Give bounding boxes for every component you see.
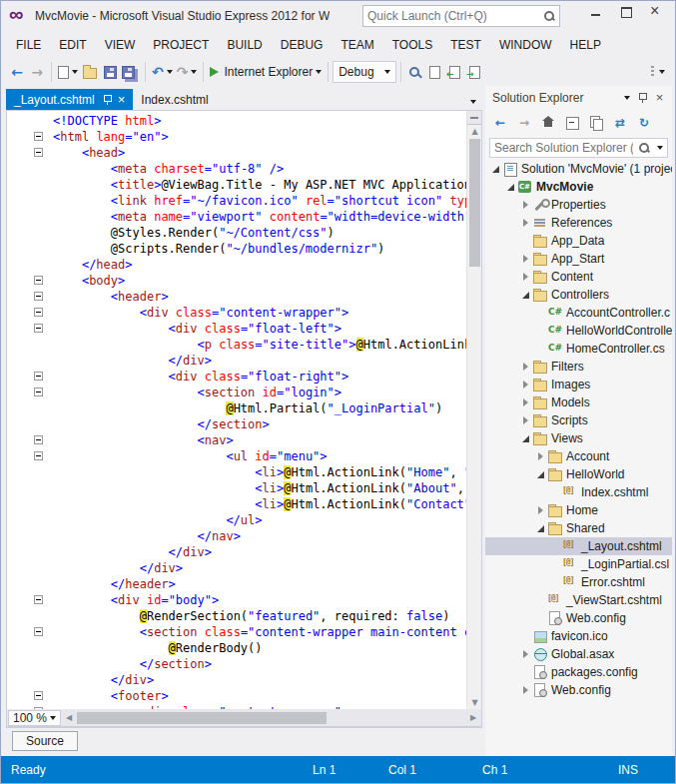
pin-icon[interactable]	[103, 94, 112, 106]
expander-expanded-icon[interactable]	[534, 521, 547, 535]
redo-icon[interactable]: ↷	[175, 61, 200, 83]
tab-index-cshtml[interactable]: Index.cshtml	[133, 89, 216, 110]
tree-item-index-cshtml[interactable]: Index.cshtml	[485, 483, 672, 501]
expander-collapsed-icon[interactable]	[519, 647, 532, 661]
tree-item-web-config[interactable]: Web.config	[485, 681, 672, 699]
tree-item-shared[interactable]: Shared	[485, 519, 672, 537]
expander-expanded-icon[interactable]	[519, 288, 532, 302]
tree-item-account[interactable]: Account	[485, 447, 672, 465]
scroll-right-icon[interactable]: ▶	[467, 710, 479, 726]
tree-item-mvcmovie[interactable]: MvcMovie	[485, 178, 672, 196]
expander-expanded-icon[interactable]	[534, 467, 547, 481]
show-all-files-icon[interactable]	[586, 113, 606, 133]
menu-window[interactable]: WINDOW	[490, 33, 561, 57]
tree-item-images[interactable]: Images	[485, 376, 672, 393]
fold-collapse-icon[interactable]	[34, 148, 43, 157]
tree-item-views[interactable]: Views	[485, 429, 672, 447]
tree-item-accountcontroller-c[interactable]: AccountController.c	[485, 304, 672, 322]
tree-item-content[interactable]: Content	[485, 268, 672, 286]
vertical-scrollbar[interactable]: ▲ ▼	[466, 111, 481, 709]
expander-collapsed-icon[interactable]	[519, 360, 532, 374]
expander-collapsed-icon[interactable]	[519, 198, 532, 212]
expander-collapsed-icon[interactable]	[519, 270, 532, 284]
fold-collapse-icon[interactable]	[34, 691, 43, 700]
solution-search-input[interactable]	[490, 141, 637, 155]
menu-project[interactable]: PROJECT	[144, 33, 218, 57]
close-button[interactable]	[641, 1, 671, 23]
fold-collapse-icon[interactable]	[34, 324, 43, 333]
scroll-up-icon[interactable]: ▲	[467, 126, 482, 138]
expander-collapsed-icon[interactable]	[519, 378, 532, 392]
chevron-down-icon[interactable]	[657, 146, 663, 150]
menu-team[interactable]: TEAM	[332, 33, 382, 57]
scrollbar-thumb[interactable]	[77, 712, 327, 724]
scrollbar-thumb[interactable]	[469, 139, 480, 267]
fold-collapse-icon[interactable]	[34, 595, 43, 604]
undo-icon[interactable]: ↶	[150, 61, 175, 83]
fold-collapse-icon[interactable]	[34, 388, 43, 396]
fold-collapse-icon[interactable]	[34, 276, 43, 285]
expander-collapsed-icon[interactable]	[534, 449, 547, 463]
expander-expanded-icon[interactable]	[489, 162, 502, 176]
solution-configuration-combo[interactable]: Debug	[333, 61, 395, 83]
tree-item-loginpartial-csl[interactable]: _LoginPartial.csl	[485, 555, 672, 573]
start-debugging-button[interactable]: Internet Explorer	[208, 61, 324, 83]
expander-collapsed-icon[interactable]	[519, 395, 532, 409]
tree-item-viewstart-cshtml[interactable]: _ViewStart.cshtml	[485, 591, 672, 609]
navigate-forward-icon[interactable]: →	[27, 61, 47, 83]
tree-item-web-config[interactable]: Web.config	[485, 609, 672, 627]
save-all-icon[interactable]	[120, 61, 141, 83]
page-icon[interactable]	[425, 61, 445, 83]
tree-item-models[interactable]: Models	[485, 393, 672, 411]
export-page-icon[interactable]: →	[465, 61, 485, 83]
navigate-back-icon[interactable]: ←	[7, 61, 27, 83]
tree-item-references[interactable]: References	[485, 214, 672, 232]
expander-expanded-icon[interactable]	[504, 180, 517, 194]
expander-collapsed-icon[interactable]	[519, 413, 532, 427]
horizontal-scrollbar[interactable]: ◀ ▶	[63, 710, 479, 726]
open-file-icon[interactable]	[80, 61, 100, 83]
menu-edit[interactable]: EDIT	[50, 33, 95, 57]
menu-view[interactable]: VIEW	[96, 33, 145, 57]
tree-item-helloworldcontrolle[interactable]: HelloWorldControlle	[485, 322, 672, 340]
tree-item-controllers[interactable]: Controllers	[485, 286, 672, 304]
fold-collapse-icon[interactable]	[34, 435, 43, 444]
tree-item-global-asax[interactable]: Global.asax	[485, 645, 672, 663]
tree-item-solution-mvcmovie-1-project[interactable]: Solution 'MvcMovie' (1 project)	[485, 160, 672, 178]
tree-item-packages-config[interactable]: packages.config	[485, 663, 672, 681]
tree-item-layout-cshtml[interactable]: _Layout.cshtml	[485, 537, 672, 555]
tree-item-error-cshtml[interactable]: Error.cshtml	[485, 573, 672, 591]
toolbar-options-icon[interactable]	[651, 66, 665, 78]
menu-build[interactable]: BUILD	[218, 33, 271, 57]
maximize-button[interactable]	[611, 1, 641, 23]
menu-test[interactable]: TEST	[441, 33, 490, 57]
code-editor[interactable]: <!DOCTYPE html><html lang="en"> <head> <…	[6, 110, 482, 709]
fold-collapse-icon[interactable]	[34, 451, 43, 460]
expander-collapsed-icon[interactable]	[519, 252, 532, 266]
close-panel-icon[interactable]: ×	[651, 90, 668, 106]
collapse-all-icon[interactable]	[562, 113, 582, 133]
tree-item-properties[interactable]: Properties	[485, 196, 672, 214]
fold-collapse-icon[interactable]	[34, 627, 43, 636]
save-icon[interactable]	[100, 61, 120, 83]
tab-layout-cshtml[interactable]: _Layout.cshtml×	[6, 89, 133, 110]
editor-splitter-handle[interactable]	[467, 111, 481, 125]
quick-launch-input[interactable]	[363, 9, 542, 23]
code-text-area[interactable]: <!DOCTYPE html><html lang="en"> <head> <…	[53, 113, 466, 709]
fold-collapse-icon[interactable]	[34, 372, 43, 381]
tree-item-helloworld[interactable]: HelloWorld	[485, 465, 672, 483]
window-menu-icon[interactable]	[617, 90, 634, 106]
tree-item-app-start[interactable]: App_Start	[485, 250, 672, 268]
expander-expanded-icon[interactable]	[519, 431, 532, 445]
tree-item-home[interactable]: Home	[485, 501, 672, 519]
sync-with-active-document-icon[interactable]: ⇄	[610, 113, 630, 133]
fold-collapse-icon[interactable]	[34, 292, 43, 301]
new-file-icon[interactable]	[56, 61, 80, 83]
quick-launch-box[interactable]	[362, 5, 560, 27]
source-view-button[interactable]: Source	[12, 731, 78, 751]
import-page-icon[interactable]: ←	[445, 61, 465, 83]
fold-collapse-icon[interactable]	[34, 132, 43, 141]
expander-collapsed-icon[interactable]	[519, 683, 532, 697]
forward-icon[interactable]: →	[514, 113, 534, 133]
tree-item-homecontroller-cs[interactable]: HomeController.cs	[485, 340, 672, 358]
